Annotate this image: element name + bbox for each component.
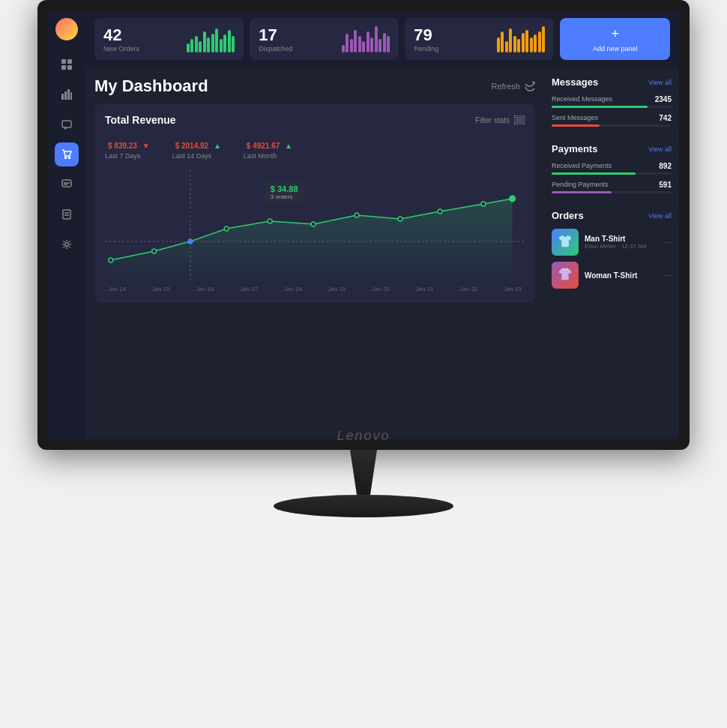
message-item-received: Received Messages 2345 (552, 95, 672, 108)
order-info-0: Man T-Shirt Elton Meller · 12:37 AM (585, 235, 647, 250)
dashboard-body: My Dashboard Refresh (85, 67, 679, 439)
sent-messages-bar (552, 124, 600, 127)
svg-rect-0 (61, 59, 66, 64)
svg-point-24 (188, 239, 193, 244)
sidebar-icon-docs[interactable] (55, 202, 79, 226)
sidebar-icon-charts[interactable] (55, 82, 79, 106)
pending-value: 79 (414, 25, 438, 45)
orders-section: Orders View all 👕 Man T-Shirt Elton Mell… (552, 210, 672, 295)
order-info-1: Woman T-Shirt (585, 271, 637, 280)
chart-label-6: Jan 20 (372, 286, 390, 292)
orders-value: 42 (103, 25, 139, 45)
chart-label-2: Jan 16 (196, 286, 214, 292)
messages-view-all[interactable]: View all (648, 79, 672, 86)
svg-rect-7 (70, 92, 72, 100)
chart-label-0: Jan 14 (108, 286, 126, 292)
sidebar-icon-messages[interactable] (55, 112, 79, 136)
stat-card-orders: 42 New Orders (94, 18, 244, 60)
revenue-header: Total Revenue Filter stats (105, 114, 525, 126)
revenue-amount-14days: $ 2014.92 ▲ (172, 135, 221, 152)
add-panel-button[interactable]: + Add new panel (560, 18, 670, 60)
sidebar (48, 10, 85, 439)
dispatched-label: Dispatched (259, 45, 292, 52)
received-payments-label: Received Payments (552, 162, 612, 170)
orders-title: Orders (552, 210, 584, 221)
chart-label-9: Jan 23 (504, 286, 522, 292)
order-item-0[interactable]: 👕 Man T-Shirt Elton Meller · 12:37 AM ··… (552, 229, 672, 256)
revenue-stat-month: $ 4921.67 ▲ Last Month (244, 135, 292, 160)
chart-label-4: Jan 18 (284, 286, 302, 292)
revenue-label-month: Last Month (244, 152, 292, 160)
refresh-button[interactable]: Refresh (491, 81, 535, 91)
svg-text:👚: 👚 (558, 267, 573, 281)
revenue-card: Total Revenue Filter stats (94, 103, 535, 303)
order-sub-0: Elton Meller · 12:37 AM (585, 243, 647, 250)
sent-messages-label: Sent Messages (552, 114, 598, 122)
chart-label-5: Jan 19 (328, 286, 346, 292)
messages-title: Messages (552, 76, 598, 88)
pending-label: Pending (414, 45, 438, 52)
stat-info-pending: 79 Pending (414, 25, 438, 52)
svg-point-10 (69, 157, 70, 159)
stat-card-dispatched: 17 Dispatched (250, 18, 399, 60)
chart-label-7: Jan 21 (416, 286, 434, 292)
svg-text:👕: 👕 (558, 234, 573, 248)
order-name-1: Woman T-Shirt (585, 271, 637, 280)
svg-point-28 (355, 213, 359, 217)
stat-info-orders: 42 New Orders (103, 25, 139, 52)
monitor-wrapper: 42 New Orders (26, 0, 701, 728)
chart-label-8: Jan 22 (459, 286, 477, 292)
revenue-label-14days: Last 14 Days (172, 152, 221, 160)
orders-view-all[interactable]: View all (648, 212, 672, 220)
payments-header: Payments View all (552, 143, 672, 154)
monitor-screen: 42 New Orders (48, 10, 679, 439)
svg-rect-6 (67, 89, 70, 100)
pending-chart (497, 26, 546, 52)
pending-payments-label: Pending Payments (552, 181, 609, 189)
sidebar-icon-chat[interactable] (55, 172, 79, 196)
received-messages-bar (552, 106, 648, 108)
svg-rect-5 (64, 91, 67, 100)
revenue-chart-svg (105, 170, 525, 283)
add-panel-plus-icon: + (611, 26, 619, 42)
payments-view-all[interactable]: View all (648, 145, 672, 153)
revenue-stat-7days: $ 839.23 ▼ Last 7 Days (105, 135, 150, 160)
dispatched-value: 17 (259, 25, 292, 45)
svg-point-30 (438, 209, 442, 214)
revenue-title: Total Revenue (105, 114, 176, 126)
svg-point-31 (481, 202, 486, 206)
chart-labels: Jan 14 Jan 15 Jan 16 Jan 17 Jan 18 Jan 1… (105, 286, 525, 292)
svg-point-29 (398, 217, 402, 221)
dashboard-header: My Dashboard Refresh (94, 76, 535, 96)
order-more-0[interactable]: ··· (664, 237, 672, 247)
order-thumb-1: 👚 (552, 262, 579, 289)
svg-rect-4 (61, 94, 64, 100)
top-cards: 42 New Orders (85, 10, 679, 67)
order-more-1[interactable]: ··· (664, 270, 672, 280)
order-item-1[interactable]: 👚 Woman T-Shirt ··· (552, 262, 672, 289)
monitor-base (274, 495, 453, 517)
sidebar-icon-settings[interactable] (55, 232, 79, 256)
order-thumb-0: 👕 (552, 229, 579, 256)
received-messages-label: Received Messages (552, 95, 612, 103)
revenue-stats: $ 839.23 ▼ Last 7 Days $ 2014.92 ▲ Last … (105, 135, 525, 160)
sidebar-icon-dashboard[interactable] (55, 52, 79, 76)
filter-label: Filter stats (475, 116, 510, 124)
order-name-0: Man T-Shirt (585, 235, 647, 243)
messages-header: Messages View all (552, 76, 672, 88)
filter-button[interactable]: Filter stats (475, 115, 525, 124)
orders-label: New Orders (103, 45, 139, 52)
sidebar-icon-cart[interactable] (55, 142, 79, 166)
revenue-amount-7days: $ 839.23 ▼ (105, 135, 150, 152)
orders-header: Orders View all (552, 210, 672, 221)
svg-point-25 (224, 226, 229, 231)
payments-section: Payments View all Received Payments 892 (552, 143, 672, 199)
svg-rect-8 (62, 121, 71, 127)
svg-point-32 (510, 196, 516, 202)
pending-payments-count: 591 (659, 181, 672, 189)
svg-point-22 (109, 258, 113, 262)
svg-point-27 (311, 222, 316, 226)
chart-label-1: Jan 15 (152, 286, 170, 292)
messages-section: Messages View all Received Messages 2345 (552, 76, 672, 133)
dispatched-chart (342, 26, 390, 52)
